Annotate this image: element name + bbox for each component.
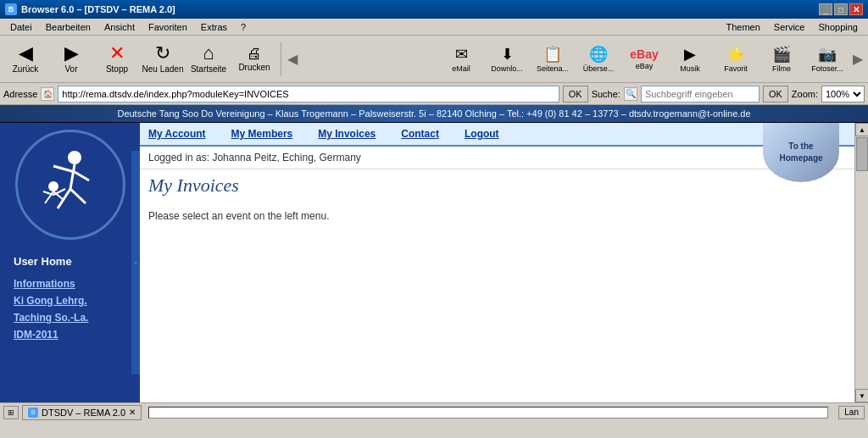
stop-button[interactable]: ✕ Stopp bbox=[95, 38, 139, 80]
taskbar-icon: B bbox=[28, 408, 38, 418]
sidebar-item-idm[interactable]: IDM-2011 bbox=[14, 329, 126, 341]
ebay-icon: eBay bbox=[630, 47, 658, 61]
right-scrollbar: ▲ ▼ bbox=[854, 123, 868, 402]
email-button[interactable]: ✉ eMail bbox=[439, 38, 483, 80]
photos-button[interactable]: 📷 Fotoser... bbox=[805, 38, 849, 80]
url-ok-button[interactable]: OK bbox=[563, 86, 588, 103]
sidebar-item-taching[interactable]: Taching So.-La. bbox=[14, 312, 126, 324]
back-label: Zurück bbox=[13, 64, 39, 74]
sidebar-item-informations[interactable]: Informations bbox=[14, 278, 126, 290]
home-label: Startseite bbox=[191, 64, 226, 74]
scroll-up-button[interactable]: ▲ bbox=[855, 123, 868, 136]
taskbar-label: DTSDV – REMA 2.0 bbox=[42, 408, 125, 418]
tab-my-invoices[interactable]: My Invoices bbox=[318, 128, 376, 140]
nav-area-wrapper: My Account My Members My Invoices Contac… bbox=[140, 123, 854, 147]
ebay-button[interactable]: eBay eBay bbox=[622, 38, 666, 80]
translate-button[interactable]: 🌐 Überse... bbox=[576, 38, 620, 80]
favorites-icon: ⭐ bbox=[726, 45, 745, 64]
app-icon: B bbox=[5, 3, 17, 15]
page-title: My Invoices bbox=[148, 175, 239, 196]
window-title: Browser 6.0 – [DTSDV – REMA 2.0] bbox=[21, 4, 175, 14]
toolbar-scroll-left[interactable]: ◀ bbox=[286, 49, 299, 69]
search-ok-button[interactable]: OK bbox=[763, 86, 788, 103]
menu-themen[interactable]: Themen bbox=[719, 20, 766, 34]
close-button[interactable]: ✕ bbox=[849, 3, 863, 15]
search-input[interactable] bbox=[641, 86, 760, 103]
homepage-badge-line2: Homepage bbox=[779, 152, 822, 164]
download-button[interactable]: ⬇ Downlo... bbox=[485, 38, 529, 80]
menu-help[interactable]: ? bbox=[234, 20, 253, 34]
sidebar-icon: 📋 bbox=[543, 45, 562, 64]
toolbar-scroll-right[interactable]: ▶ bbox=[851, 49, 865, 69]
logo-svg bbox=[28, 142, 113, 227]
main-body: Please select an event on the left menu. bbox=[140, 202, 854, 402]
music-label: Musik bbox=[680, 64, 700, 73]
banner: Deutsche Tang Soo Do Vereinigung – Klaus… bbox=[0, 105, 868, 123]
menu-ansicht[interactable]: Ansicht bbox=[97, 20, 142, 34]
scroll-thumb[interactable] bbox=[856, 137, 868, 171]
homepage-badge[interactable]: To the Homepage bbox=[763, 123, 839, 182]
language-button[interactable]: Lan bbox=[838, 406, 865, 419]
statusbar: ⊞ B DTSDV – REMA 2.0 ✕ Lan bbox=[0, 402, 868, 421]
url-input[interactable] bbox=[58, 86, 559, 103]
reload-button[interactable]: ↻ Neu Laden bbox=[141, 38, 185, 80]
menu-bearbeiten[interactable]: Bearbeiten bbox=[39, 20, 97, 34]
sidebar-user-home[interactable]: User Home bbox=[14, 255, 126, 268]
print-label: Drucken bbox=[238, 63, 270, 72]
home-button[interactable]: ⌂ Startseite bbox=[186, 38, 231, 80]
taskbar-close-button[interactable]: ✕ bbox=[129, 408, 136, 417]
svg-point-6 bbox=[48, 181, 58, 191]
email-label: eMail bbox=[452, 64, 470, 73]
body-text: Please select an event on the left menu. bbox=[148, 210, 329, 222]
favorites-label: Favorit bbox=[724, 64, 748, 73]
search-engine-icon: 🔍 bbox=[624, 87, 637, 101]
svg-point-0 bbox=[68, 151, 81, 164]
forward-label: Vor bbox=[64, 64, 77, 74]
minimize-button[interactable]: _ bbox=[819, 3, 832, 15]
back-button[interactable]: ◀ Zurück bbox=[3, 38, 47, 80]
content-area: Deutsche Tang Soo Do Vereinigung – Klaus… bbox=[0, 105, 868, 402]
address-label: Adresse bbox=[3, 89, 37, 99]
stop-icon: ✕ bbox=[109, 44, 125, 63]
photos-label: Fotoser... bbox=[811, 64, 843, 73]
page-title-area: My Invoices bbox=[140, 169, 854, 202]
nav-tabs: My Account My Members My Invoices Contac… bbox=[140, 123, 854, 147]
download-icon: ⬇ bbox=[501, 45, 514, 64]
maximize-button[interactable]: □ bbox=[834, 3, 848, 15]
sidebar-scroll-indicator: › bbox=[131, 151, 140, 374]
sidebar-logo bbox=[15, 130, 125, 240]
tab-my-account[interactable]: My Account bbox=[148, 128, 206, 140]
sidebar-item-ki-gong[interactable]: Ki Gong Lehrg. bbox=[14, 295, 126, 307]
menu-service[interactable]: Service bbox=[767, 20, 812, 34]
taskbar-tab[interactable]: B DTSDV – REMA 2.0 ✕ bbox=[22, 405, 142, 420]
menu-favoriten[interactable]: Favoriten bbox=[142, 20, 194, 34]
download-label: Downlo... bbox=[491, 64, 523, 73]
homepage-badge-line1: To the bbox=[788, 141, 813, 152]
tab-logout[interactable]: Logout bbox=[465, 128, 499, 140]
back-icon: ◀ bbox=[19, 44, 33, 63]
tab-my-members[interactable]: My Members bbox=[231, 128, 293, 140]
print-button[interactable]: 🖨 Drucken bbox=[232, 38, 276, 80]
menubar: Datei Bearbeiten Ansicht Favoriten Extra… bbox=[0, 19, 868, 36]
menu-shopping[interactable]: Shopping bbox=[812, 20, 865, 34]
translate-label: Überse... bbox=[583, 64, 615, 73]
films-button[interactable]: 🎬 Filme bbox=[760, 38, 804, 80]
statusbar-grid-button[interactable]: ⊞ bbox=[3, 406, 19, 419]
banner-text: Deutsche Tang Soo Do Vereinigung – Klaus… bbox=[117, 108, 750, 119]
login-text: Logged in as: Johanna Peitz, Eching, Ger… bbox=[148, 152, 361, 164]
favorites-button[interactable]: ⭐ Favorit bbox=[714, 38, 758, 80]
forward-icon: ▶ bbox=[64, 44, 79, 63]
scroll-down-button[interactable]: ▼ bbox=[855, 389, 868, 402]
menu-datei[interactable]: Datei bbox=[3, 20, 39, 34]
home-icon: ⌂ bbox=[203, 44, 214, 63]
sidebar-button[interactable]: 📋 Seitena... bbox=[531, 38, 575, 80]
toolbar: ◀ Zurück ▶ Vor ✕ Stopp ↻ Neu Laden ⌂ Sta… bbox=[0, 36, 868, 83]
zoom-select[interactable]: 100% bbox=[821, 86, 865, 103]
forward-button[interactable]: ▶ Vor bbox=[49, 38, 93, 80]
menu-extras[interactable]: Extras bbox=[194, 20, 234, 34]
titlebar: B Browser 6.0 – [DTSDV – REMA 2.0] _ □ ✕ bbox=[0, 0, 868, 19]
tab-contact[interactable]: Contact bbox=[401, 128, 439, 140]
page-layout: User Home Informations Ki Gong Lehrg. Ta… bbox=[0, 123, 868, 402]
music-button[interactable]: ▶ Musik bbox=[668, 38, 712, 80]
films-label: Filme bbox=[772, 64, 791, 73]
